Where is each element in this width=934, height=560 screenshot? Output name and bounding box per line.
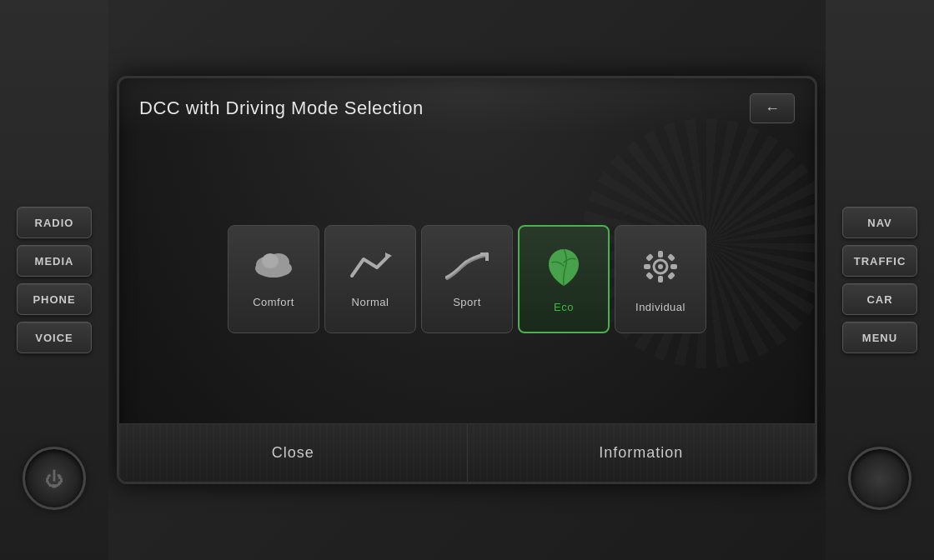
right-panel: NAV TRAFFIC CAR MENU <box>826 0 934 560</box>
bottom-bar: Close Information <box>119 423 815 482</box>
comfort-label: Comfort <box>253 296 294 308</box>
screen-title: DCC with Driving Mode Selection <box>139 98 424 119</box>
svg-rect-9 <box>658 251 663 258</box>
svg-point-8 <box>658 264 663 269</box>
back-button[interactable]: ← <box>750 93 795 123</box>
traffic-button[interactable]: TRAFFIC <box>842 245 917 277</box>
sport-icon <box>445 251 489 286</box>
radio-button[interactable]: RADIO <box>17 207 92 238</box>
modes-container: Comfort Normal <box>228 225 706 333</box>
mode-eco[interactable]: Eco <box>518 225 610 333</box>
normal-icon <box>349 251 392 286</box>
voice-button[interactable]: VOICE <box>17 322 92 353</box>
svg-rect-10 <box>658 276 663 282</box>
individual-label: Individual <box>635 301 685 313</box>
normal-label: Normal <box>352 296 389 308</box>
information-button[interactable]: Information <box>468 424 816 482</box>
mode-individual[interactable]: Individual <box>615 225 706 333</box>
left-panel: RADIO MEDIA PHONE VOICE <box>0 0 108 560</box>
menu-button[interactable]: MENU <box>842 322 917 353</box>
phone-button[interactable]: PHONE <box>17 283 92 315</box>
screen-container: DCC with Driving Mode Selection ← <box>108 0 826 560</box>
eco-icon <box>545 246 582 291</box>
nav-button[interactable]: NAV <box>842 207 917 238</box>
close-button[interactable]: Close <box>119 424 468 482</box>
mode-normal[interactable]: Normal <box>324 225 416 333</box>
svg-rect-12 <box>670 264 677 269</box>
car-unit: RADIO MEDIA PHONE VOICE DCC with Driving… <box>0 0 934 560</box>
comfort-icon <box>252 250 295 286</box>
media-button[interactable]: MEDIA <box>17 245 92 277</box>
mode-sport[interactable]: Sport <box>421 225 513 333</box>
svg-rect-11 <box>644 264 650 269</box>
individual-icon <box>639 246 682 291</box>
eco-label: Eco <box>554 301 574 313</box>
svg-point-3 <box>262 253 279 268</box>
mode-area: Comfort Normal <box>119 135 815 423</box>
back-icon: ← <box>765 100 780 118</box>
sport-label: Sport <box>453 296 481 308</box>
svg-rect-15 <box>645 272 654 280</box>
mode-comfort[interactable]: Comfort <box>228 225 319 333</box>
svg-rect-14 <box>667 253 675 262</box>
car-button[interactable]: CAR <box>842 283 917 315</box>
svg-rect-13 <box>645 253 654 262</box>
svg-rect-16 <box>667 272 675 280</box>
screen: DCC with Driving Mode Selection ← <box>117 76 817 484</box>
